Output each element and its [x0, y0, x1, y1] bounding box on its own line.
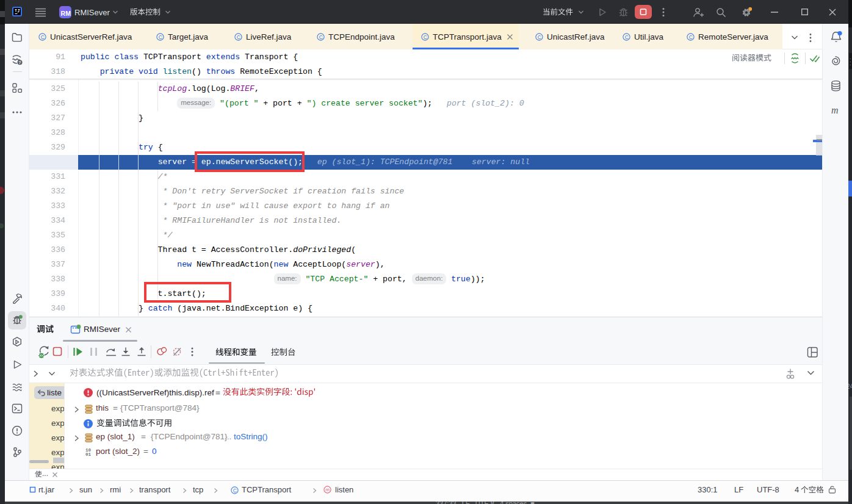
- svg-text:C: C: [159, 34, 162, 40]
- svg-text:C: C: [625, 34, 629, 40]
- svg-text:m: m: [325, 487, 330, 492]
- svg-text:C: C: [233, 488, 237, 494]
- svg-text:C: C: [689, 34, 693, 40]
- svg-text:C: C: [319, 34, 323, 40]
- svg-text:C: C: [41, 34, 45, 40]
- svg-text:C: C: [538, 34, 541, 40]
- svg-text:C: C: [237, 34, 240, 40]
- svg-text:C: C: [424, 34, 427, 40]
